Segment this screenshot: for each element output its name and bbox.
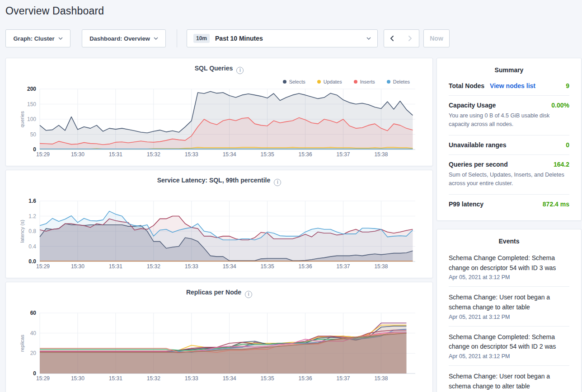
event-timestamp: Apr 05, 2021 at 3:12 PM: [449, 353, 569, 359]
event-item[interactable]: Schema Change Completed: Schema change o…: [449, 247, 569, 286]
event-timestamp: Apr 05, 2021 at 3:12 PM: [449, 314, 569, 320]
svg-text:15:38: 15:38: [374, 375, 388, 382]
event-message: Schema Change: User root began a schema …: [449, 372, 569, 391]
replicas-per-node-chart[interactable]: 020406015:2915:3015:3115:3215:3315:3415:…: [6, 282, 432, 390]
chevron-down-icon: [366, 37, 371, 40]
svg-text:15:32: 15:32: [147, 263, 160, 270]
svg-text:200: 200: [27, 86, 36, 92]
service-latency-chart[interactable]: 0.00.40.81.21.615:2915:3015:3115:3215:33…: [6, 170, 432, 278]
event-message: Schema Change Completed: Schema change o…: [449, 253, 569, 273]
replicas-per-node-panel: Replicas per Nodei replicas 020406015:29…: [5, 282, 433, 392]
svg-text:15:36: 15:36: [299, 263, 312, 270]
summary-value: 0.00%: [551, 102, 569, 109]
graph-selector-label: Graph: Cluster: [13, 35, 54, 42]
svg-text:100: 100: [27, 116, 36, 122]
time-next-button[interactable]: [400, 29, 419, 47]
time-prev-button[interactable]: [384, 29, 401, 47]
svg-text:15:31: 15:31: [109, 263, 122, 270]
dashboard-selector-label: Dashboard: Overview: [89, 35, 150, 42]
svg-text:15:34: 15:34: [223, 375, 236, 382]
time-window-dropdown[interactable]: 10m Past 10 Minutes: [187, 29, 378, 47]
svg-text:50: 50: [30, 131, 37, 138]
summary-row-total-nodes: Total Nodes View nodes list 9: [449, 76, 569, 95]
view-nodes-list-link[interactable]: View nodes list: [490, 82, 535, 89]
summary-value: 9: [566, 82, 569, 89]
event-item[interactable]: Schema Change: User root began a schema …: [449, 286, 569, 326]
svg-text:15:29: 15:29: [36, 263, 50, 270]
svg-text:15:37: 15:37: [336, 263, 350, 270]
svg-text:20: 20: [30, 350, 37, 356]
event-item[interactable]: Schema Change: User root began a schema …: [449, 365, 569, 392]
svg-text:15:37: 15:37: [336, 375, 350, 382]
chevron-left-icon: [390, 35, 395, 42]
chevron-down-icon: [154, 37, 158, 40]
summary-description: Sum of Selects, Updates, Inserts, and De…: [449, 171, 569, 188]
graph-selector-dropdown[interactable]: Graph: Cluster: [5, 29, 70, 47]
page-title: Overview Dashboard: [5, 5, 104, 17]
chevron-right-icon: [407, 35, 413, 42]
summary-label: Capacity Usage: [449, 102, 496, 109]
svg-text:0.0: 0.0: [28, 258, 36, 265]
summary-label: Queries per second: [449, 161, 508, 168]
sql-queries-panel: SQL Queriesi SelectsUpdatesInsertsDelete…: [5, 58, 433, 166]
summary-description: You are using 0 B of 4.5 GiB usable disk…: [449, 112, 569, 129]
svg-text:15:33: 15:33: [185, 151, 198, 158]
summary-label: Unavailable ranges: [449, 141, 507, 149]
svg-text:15:36: 15:36: [299, 151, 312, 158]
chevron-down-icon: [58, 37, 63, 40]
now-button[interactable]: Now: [423, 29, 450, 47]
event-item[interactable]: Schema Change Completed: Schema change o…: [449, 326, 569, 365]
svg-text:1.6: 1.6: [28, 198, 36, 204]
summary-panel: Summary Total Nodes View nodes list 9 Ca…: [436, 58, 582, 221]
svg-text:15:30: 15:30: [71, 151, 84, 158]
svg-text:15:29: 15:29: [36, 151, 50, 158]
svg-text:150: 150: [27, 101, 36, 107]
summary-row-unavailable-ranges: Unavailable ranges 0: [449, 135, 569, 154]
svg-text:0.8: 0.8: [28, 228, 36, 234]
svg-text:15:29: 15:29: [36, 375, 50, 382]
summary-label: Total Nodes: [449, 82, 484, 89]
service-latency-panel: Service Latency: SQL, 99th percentilei l…: [5, 170, 433, 278]
summary-row-p99-latency: P99 latency 872.4 ms: [449, 194, 569, 214]
svg-text:15:38: 15:38: [374, 151, 388, 158]
toolbar-divider: [177, 29, 177, 47]
time-window-badge: 10m: [193, 34, 210, 43]
svg-text:15:35: 15:35: [261, 375, 274, 382]
svg-text:15:37: 15:37: [336, 151, 350, 158]
svg-text:15:34: 15:34: [223, 151, 236, 158]
summary-title: Summary: [449, 58, 569, 76]
event-message: Schema Change Completed: Schema change o…: [449, 332, 569, 352]
event-timestamp: Apr 05, 2021 at 3:12 PM: [449, 274, 569, 280]
summary-value: 164.2: [554, 161, 569, 168]
events-title: Events: [449, 229, 569, 247]
svg-text:60: 60: [30, 310, 37, 316]
svg-text:15:33: 15:33: [185, 375, 198, 382]
dashboard-selector-dropdown[interactable]: Dashboard: Overview: [82, 29, 166, 47]
svg-text:15:30: 15:30: [71, 263, 84, 270]
svg-text:15:31: 15:31: [109, 375, 122, 382]
svg-text:0.4: 0.4: [28, 243, 36, 250]
svg-text:15:35: 15:35: [261, 151, 274, 158]
svg-text:15:32: 15:32: [147, 375, 160, 382]
time-window-label: Past 10 Minutes: [215, 35, 263, 42]
summary-value: 872.4 ms: [543, 201, 569, 208]
svg-text:15:38: 15:38: [374, 263, 388, 270]
summary-value: 0: [566, 141, 569, 149]
svg-text:15:30: 15:30: [71, 375, 84, 382]
summary-label: P99 latency: [449, 201, 483, 208]
svg-text:1.2: 1.2: [28, 213, 36, 219]
svg-text:15:36: 15:36: [299, 375, 312, 382]
summary-row-queries-per-second: Queries per second 164.2 Sum of Selects,…: [449, 154, 569, 194]
sql-queries-chart[interactable]: 05010015020015:2915:3015:3115:3215:3315:…: [6, 58, 432, 166]
svg-text:15:32: 15:32: [147, 151, 160, 158]
summary-row-capacity-usage: Capacity Usage 0.00% You are using 0 B o…: [449, 95, 569, 135]
events-panel: Events Schema Change Completed: Schema c…: [436, 229, 582, 392]
svg-text:15:34: 15:34: [223, 263, 236, 270]
svg-text:15:35: 15:35: [261, 263, 274, 270]
svg-text:40: 40: [30, 330, 37, 336]
svg-text:15:31: 15:31: [109, 151, 122, 158]
event-message: Schema Change: User root began a schema …: [449, 293, 569, 312]
svg-text:15:33: 15:33: [185, 263, 198, 270]
